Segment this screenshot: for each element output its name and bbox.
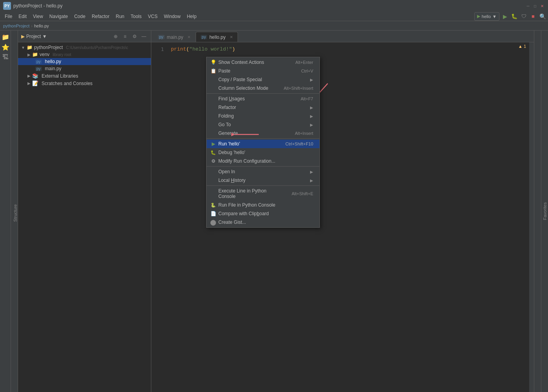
tabs-bar: py main.py ✕ py hello.py ✕: [151, 31, 534, 42]
maximize-button[interactable]: □: [532, 3, 538, 9]
project-tree: ▼ 📁 pythonProject C:\Users\ubuntu\Pychar…: [18, 42, 151, 392]
menu-window[interactable]: Window: [161, 12, 184, 21]
ctx-show-context-actions[interactable]: 💡 Show Context Actions Alt+Enter: [207, 58, 319, 67]
window-title: pythonProject - hello.py: [13, 3, 62, 9]
new-file-icon[interactable]: ⊕: [112, 33, 120, 40]
hello-py-icon: py: [35, 60, 42, 64]
tab-main-py[interactable]: py main.py ✕: [153, 32, 196, 42]
ctx-copy-paste-special[interactable]: Copy / Paste Special ▶: [207, 75, 319, 84]
menu-refactor[interactable]: Refactor: [89, 12, 113, 21]
run-button[interactable]: ▶: [501, 13, 509, 20]
menu-run[interactable]: Run: [113, 12, 127, 21]
tree-venv[interactable]: ▶ 📁 venv library root: [18, 51, 151, 58]
menubar: File Edit View Navigate Code Refactor Ru…: [0, 12, 548, 21]
minimize-button[interactable]: ─: [525, 3, 531, 9]
breadcrumb-file[interactable]: hello.py: [34, 24, 49, 28]
menu-vcs[interactable]: VCS: [145, 12, 161, 21]
ctx-folding[interactable]: Folding ▶: [207, 112, 319, 120]
menu-tools[interactable]: Tools: [127, 12, 145, 21]
ctx-shortcut-find-usages: Alt+F7: [301, 96, 313, 101]
ctx-sep-4: [207, 185, 319, 186]
minimap-scrollbar[interactable]: [534, 31, 539, 392]
ctx-execute-line[interactable]: Execute Line in Python Console Alt+Shift…: [207, 187, 319, 201]
ctx-label-find-usages: Find Usages: [218, 96, 293, 102]
ctx-compare-clipboard[interactable]: 📄 Compare with Clipboard: [207, 209, 319, 218]
menu-edit[interactable]: Edit: [15, 12, 30, 21]
tab-hello-py-label: hello.py: [209, 34, 225, 40]
debug-button[interactable]: 🐛: [510, 13, 518, 20]
ctx-goto[interactable]: Go To ▶: [207, 120, 319, 129]
tree-hello-py[interactable]: py hello.py: [18, 58, 151, 65]
ctx-arrow-local-history: ▶: [310, 178, 313, 183]
ctx-run-hello[interactable]: ▶ Run 'hello' Ctrl+Shift+F10: [207, 140, 319, 148]
favorites-icon[interactable]: ⭐: [1, 42, 10, 52]
run-config-button[interactable]: ▶ hello ▼: [474, 12, 499, 21]
tab-main-py-label: main.py: [167, 34, 183, 40]
menu-file[interactable]: File: [2, 12, 15, 21]
tree-scratches[interactable]: ▶ 📝 Scratches and Consoles: [18, 80, 151, 87]
stop-button[interactable]: ■: [529, 13, 537, 20]
main-py-tab-icon: py: [158, 35, 165, 39]
structure-icon[interactable]: 🏗: [1, 53, 10, 62]
favorites-strip[interactable]: Favorites: [541, 31, 548, 392]
settings-icon[interactable]: ⚙: [131, 33, 138, 40]
ctx-paste[interactable]: 📋 Paste Ctrl+V: [207, 67, 319, 75]
ctx-label-gist: Create Gist...: [218, 220, 313, 225]
tab-hello-py-close[interactable]: ✕: [230, 35, 233, 39]
scratches-arrow: ▶: [27, 81, 31, 85]
ctx-icon-run: ▶: [210, 141, 217, 147]
run-config-label: hello: [482, 14, 491, 19]
run-config-arrow: ▼: [492, 14, 497, 19]
ctx-shortcut-generate: Alt+Insert: [295, 131, 313, 136]
ctx-label-open-in: Open In: [218, 169, 310, 174]
tab-main-py-close[interactable]: ✕: [187, 35, 191, 39]
ext-libs-icon: 📚: [32, 73, 38, 79]
tree-scratches-label: Scratches and Consoles: [42, 81, 93, 86]
minimize-panel-icon[interactable]: —: [140, 33, 148, 40]
ctx-label-goto: Go To: [218, 122, 310, 127]
ctx-local-history[interactable]: Local History ▶: [207, 176, 319, 185]
ctx-label-local-history: Local History: [218, 178, 310, 183]
ext-libs-arrow: ▶: [27, 74, 31, 78]
ctx-label-folding: Folding: [218, 113, 310, 119]
ctx-find-usages[interactable]: Find Usages Alt+F7: [207, 94, 319, 103]
menu-help[interactable]: Help: [184, 12, 200, 21]
search-everywhere-button[interactable]: 🔍: [539, 13, 546, 20]
ctx-sep-2: [207, 138, 319, 139]
ctx-icon-actions: 💡: [210, 60, 217, 65]
warning-text: ▲ 1: [518, 44, 526, 49]
ctx-debug-hello[interactable]: 🐛 Debug 'hello': [207, 148, 319, 157]
ctx-shortcut-run: Ctrl+Shift+F10: [285, 142, 313, 146]
close-button[interactable]: ✕: [539, 3, 545, 9]
ctx-sep-1: [207, 93, 319, 94]
ctx-generate[interactable]: Generate... Alt+Insert: [207, 129, 319, 138]
hello-py-tab-icon: py: [201, 35, 207, 39]
left-sidebar-strip: 📁 ⭐ 🏗: [0, 31, 11, 392]
collapse-all-icon[interactable]: ≡: [121, 33, 129, 40]
ctx-open-in[interactable]: Open In ▶: [207, 167, 319, 176]
ctx-label-execute-line: Execute Line in Python Console: [218, 188, 284, 199]
tab-hello-py[interactable]: py hello.py ✕: [196, 32, 238, 42]
tree-root[interactable]: ▼ 📁 pythonProject C:\Users\ubuntu\Pychar…: [18, 44, 151, 51]
main-py-icon: py: [35, 67, 42, 71]
project-view-icon[interactable]: 📁: [1, 32, 10, 42]
ctx-create-gist[interactable]: ⬤ Create Gist...: [207, 218, 319, 227]
titlebar-left: PY pythonProject - hello.py: [3, 2, 62, 10]
folder-icon: 📁: [27, 45, 33, 50]
menu-navigate[interactable]: Navigate: [46, 12, 71, 21]
menu-code[interactable]: Code: [71, 12, 89, 21]
tree-main-py[interactable]: py main.py: [18, 65, 151, 72]
ctx-modify-run[interactable]: ⚙ Modify Run Configuration...: [207, 157, 319, 165]
titlebar: PY pythonProject - hello.py ─ □ ✕: [0, 0, 548, 12]
collapse-arrow: ▼: [21, 45, 25, 50]
ctx-run-file-python-console[interactable]: 🐍 Run File in Python Console: [207, 201, 319, 209]
menu-view[interactable]: View: [30, 12, 46, 21]
project-panel: ▶ Project ▼ ⊕ ≡ ⚙ — ▼ 📁 pythonProject C:…: [18, 31, 151, 392]
breadcrumb-project[interactable]: pythonProject: [3, 24, 29, 28]
vertical-scrollbar[interactable]: [529, 42, 534, 392]
ctx-refactor[interactable]: Refactor ▶: [207, 103, 319, 112]
ctx-column-selection[interactable]: Column Selection Mode Alt+Shift+Insert: [207, 84, 319, 93]
coverage-button[interactable]: 🛡: [520, 13, 528, 20]
tree-ext-libs[interactable]: ▶ 📚 External Libraries: [18, 72, 151, 80]
structure-panel-label[interactable]: Structure: [11, 31, 18, 392]
